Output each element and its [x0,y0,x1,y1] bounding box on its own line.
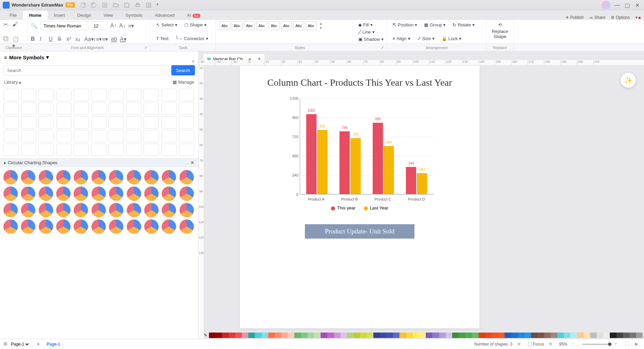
circular-chart-stencil[interactable] [3,219,18,234]
shape-stencil[interactable] [38,116,54,129]
tab-file[interactable]: File [3,11,23,20]
zoom-out-icon[interactable]: − [572,341,578,347]
circular-chart-stencil[interactable] [162,170,176,184]
circular-chart-stencil[interactable] [127,203,141,217]
paste-icon[interactable]: 📋▾ [12,36,18,42]
tab-view[interactable]: View [97,11,119,20]
color-swatch[interactable] [308,333,314,338]
italic-icon[interactable]: I [40,36,46,42]
color-swatch[interactable] [321,333,327,338]
color-swatch[interactable] [419,333,426,338]
circular-chart-stencil[interactable] [74,203,88,217]
color-swatch[interactable] [518,333,524,338]
circular-chart-stencil[interactable] [109,170,123,184]
circular-chart-stencil[interactable] [144,170,159,184]
shape-stencil[interactable] [74,89,89,101]
circular-chart-stencil[interactable] [39,219,53,234]
color-swatch[interactable] [222,333,228,338]
shape-stencil[interactable] [56,89,72,101]
text-button[interactable]: T Text [154,35,171,42]
shape-button[interactable]: ▢ Shape ▾ [182,21,209,28]
circular-chart-stencil[interactable] [3,170,18,184]
shape-stencil[interactable] [109,89,124,101]
circular-chart-stencil[interactable] [39,203,53,217]
present-icon[interactable]: ▶ [635,341,641,347]
circular-chart-stencil[interactable] [74,219,88,234]
connector-button[interactable]: ╰→ Connector ▾ [173,35,210,42]
export-icon[interactable] [146,2,152,8]
circular-chart-stencil[interactable] [127,186,141,201]
shape-stencil[interactable] [3,89,19,101]
shape-stencil[interactable] [161,103,177,115]
shape-stencil[interactable] [126,116,141,129]
shape-stencil[interactable] [144,144,159,156]
line-spacing-icon[interactable]: ↕≡▾ [93,36,99,42]
circular-chart-stencil[interactable] [21,186,35,201]
replace-shape-button[interactable]: ⟲Replace Shape [490,21,510,40]
shape-stencil[interactable] [144,130,159,142]
shape-stencil[interactable] [3,130,19,142]
section-close-icon[interactable]: ✕ [190,160,194,165]
circular-chart-stencil[interactable] [91,170,106,184]
dialog-launcher-icon[interactable]: ⤢ [145,45,148,50]
color-swatch[interactable] [235,333,242,338]
color-swatch[interactable] [505,333,511,338]
symbol-search-input[interactable] [3,65,169,75]
color-swatch[interactable] [340,333,347,338]
color-swatch[interactable] [393,333,399,338]
minimize-icon[interactable]: — [615,2,621,8]
share-button[interactable]: ⫘ Share [589,15,605,20]
color-swatch[interactable] [452,333,459,338]
shape-stencil[interactable] [144,116,159,129]
close-icon[interactable]: ✕ [635,2,641,8]
shape-stencil[interactable] [74,103,89,115]
color-swatch[interactable] [229,333,235,338]
color-swatch[interactable] [255,333,261,338]
options-button[interactable]: ⚙ Options [611,15,630,20]
color-swatch[interactable] [209,333,215,338]
shape-stencil[interactable] [161,144,177,156]
shadow-button[interactable]: ▣ Shadow ▾ [356,36,383,43]
shape-stencil[interactable] [179,103,194,115]
color-swatch[interactable] [262,333,268,338]
more-symbols-dropdown[interactable]: ≡ More Symbols ▾ [0,51,198,63]
shape-stencil[interactable] [161,116,177,129]
shape-stencil[interactable] [21,116,36,129]
color-swatch[interactable] [511,333,518,338]
shape-stencil[interactable] [21,89,36,101]
color-swatch[interactable] [275,333,281,338]
shape-stencil[interactable] [126,130,141,142]
color-swatch[interactable] [301,333,308,338]
shape-stencil[interactable] [21,103,36,115]
tab-design[interactable]: Design [71,11,97,20]
list-icon[interactable]: ≡▾ [102,36,108,42]
color-swatch[interactable] [537,333,544,338]
shape-stencil[interactable] [179,144,194,156]
circular-chart-stencil[interactable] [3,203,18,217]
color-swatch[interactable] [386,333,393,338]
shape-stencil[interactable] [144,103,159,115]
dialog-launcher-icon[interactable]: ⤢ [381,45,384,50]
color-swatch[interactable] [617,333,623,338]
shape-stencil[interactable] [91,130,107,142]
tab-ai[interactable]: AIhot [181,11,207,20]
shape-stencil[interactable] [91,89,107,101]
shape-stencil[interactable] [179,116,194,129]
shape-stencil[interactable] [74,130,89,142]
color-swatch[interactable] [413,333,419,338]
library-label[interactable]: Library ▴ [4,80,21,85]
color-swatch[interactable] [636,333,643,338]
color-swatch[interactable] [373,333,380,338]
canvas-page[interactable]: Column Chart - Products This Year vs Las… [240,65,480,328]
circular-chart-stencil[interactable] [56,219,71,234]
style-preset[interactable]: Abc [306,21,317,30]
color-swatch[interactable] [544,333,551,338]
circular-chart-stencil[interactable] [109,219,123,234]
shape-stencil[interactable] [144,89,159,101]
bold-icon[interactable]: B [31,36,37,42]
circular-chart-stencil[interactable] [179,219,194,234]
shape-stencil[interactable] [21,144,36,156]
color-swatch[interactable] [354,333,360,338]
color-swatch[interactable] [281,333,288,338]
section-title[interactable]: ▸ Circular Charting Shapes [4,160,58,165]
